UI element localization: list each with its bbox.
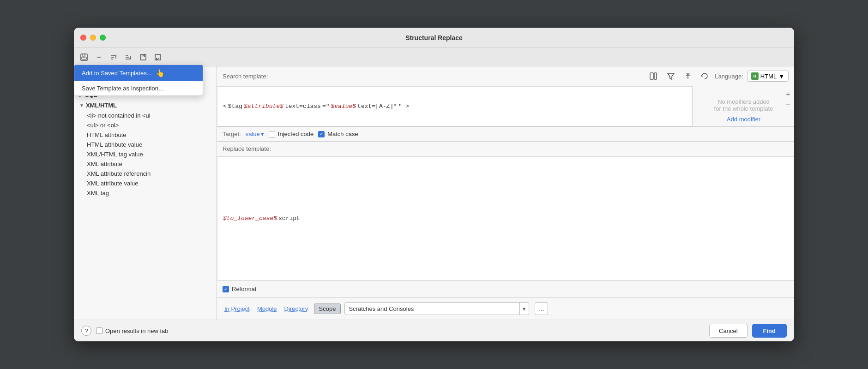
xml-attr-ref-label: XML attribute referencin: [87, 170, 151, 177]
svg-rect-2: [82, 57, 86, 60]
target-row: Target: value ▾ Injected code Match case: [217, 127, 794, 142]
sidebar-item-xml-tag[interactable]: XML tag: [74, 188, 217, 198]
toolbar: −: [74, 48, 794, 66]
close-button[interactable]: [80, 35, 86, 41]
titlebar: Structural Replace: [74, 28, 794, 48]
bottom-bar: ? Open results in new tab Cancel Find: [74, 320, 794, 341]
toolbar-dropdown: Add to Saved Templates... 👆 Save Templat…: [74, 65, 203, 96]
replace-code-var: $to_lower_case$: [223, 215, 277, 222]
html-lang-icon: H: [751, 72, 759, 80]
module-button[interactable]: Module: [255, 304, 279, 313]
sidebar-item-li-not-ul[interactable]: <li> not contained in <ul: [74, 111, 217, 120]
replace-template-code[interactable]: $to_lower_case$ script: [217, 156, 794, 280]
html-attr-label: HTML attribute: [87, 131, 127, 138]
svg-rect-12: [654, 73, 657, 79]
in-project-button[interactable]: In Project: [223, 304, 252, 313]
xml-attr-label: XML attribute: [87, 161, 122, 167]
replace-template-header: Replace template:: [217, 142, 794, 156]
code-value-var: $value$: [331, 103, 356, 110]
search-template-label: Search template:: [223, 73, 268, 80]
scope-button[interactable]: Scope: [314, 304, 341, 314]
sidebar-item-xmlhtml[interactable]: ▼ XML/HTML: [74, 100, 217, 111]
target-chevron-icon: ▾: [261, 131, 264, 137]
save-template-inspection-item[interactable]: Save Template as Inspection...: [74, 81, 203, 95]
language-value: HTML: [760, 73, 777, 80]
replace-template-label: Replace template:: [223, 145, 271, 152]
chevron-down-icon: ▼: [79, 103, 84, 108]
html-attr-value-label: HTML attribute value: [87, 141, 142, 148]
open-new-tab-checkbox[interactable]: [96, 327, 102, 334]
add-modifier-link[interactable]: Add modifier: [727, 116, 760, 123]
reformat-row: Reformat: [217, 280, 794, 297]
open-new-tab-text: Open results in new tab: [105, 327, 169, 334]
xmlhtml-tag-value-label: XML/HTML tag value: [87, 151, 143, 158]
svg-rect-11: [650, 73, 653, 79]
language-label: Language:: [715, 73, 743, 80]
import-button[interactable]: [151, 51, 164, 63]
right-panel: Search template:: [217, 66, 794, 320]
minimize-button[interactable]: [90, 35, 96, 41]
target-value-dropdown[interactable]: value ▾: [246, 131, 264, 137]
help-button[interactable]: ?: [81, 326, 91, 336]
reformat-checkbox[interactable]: [223, 286, 229, 292]
toggle-view-button[interactable]: [646, 70, 660, 82]
search-template-code-row: <$tag $attribute$ text=class ="$value$ t…: [217, 86, 794, 127]
sidebar: Saved Templates ▶ JavaScript ▶ SQL ▼ XML…: [74, 66, 217, 320]
sidebar-item-xmlhtml-tag-value[interactable]: XML/HTML tag value: [74, 149, 217, 159]
sidebar-item-xml-attr[interactable]: XML attribute: [74, 159, 217, 169]
sidebar-item-html-attr[interactable]: HTML attribute: [74, 130, 217, 140]
find-button[interactable]: Find: [752, 324, 787, 338]
sort-asc-button[interactable]: [107, 51, 120, 63]
main-content: Saved Templates ▶ JavaScript ▶ SQL ▼ XML…: [74, 66, 794, 320]
save-template-button[interactable]: [78, 51, 90, 63]
injected-code-checkbox-label[interactable]: Injected code: [269, 131, 313, 137]
sidebar-item-html-attr-value[interactable]: HTML attribute value: [74, 140, 217, 149]
injected-code-label: Injected code: [278, 131, 313, 137]
code-open-tag: <: [223, 103, 227, 110]
sidebar-item-xml-attr-value[interactable]: XML attribute value: [74, 179, 217, 188]
sidebar-item-ul-ol[interactable]: <ul> or <ol>: [74, 120, 217, 130]
no-modifiers-text: No modifiers addedfor the whole template: [714, 98, 773, 112]
scope-select[interactable]: Scratches and Consoles: [344, 302, 520, 315]
xml-attr-value-label: XML attribute value: [87, 180, 139, 187]
refresh-button[interactable]: [698, 71, 711, 82]
search-template-code[interactable]: <$tag $attribute$ text=class ="$value$ t…: [217, 86, 693, 126]
add-to-saved-templates-label: Add to Saved Templates...: [82, 70, 152, 77]
cursor-icon: 👆: [156, 69, 165, 77]
window-title: Structural Replace: [405, 34, 463, 42]
match-case-label: Match case: [327, 131, 358, 137]
directory-button[interactable]: Directory: [283, 304, 310, 313]
traffic-lights: [80, 35, 106, 41]
ul-ol-label: <ul> or <ol>: [87, 122, 119, 129]
language-area: Language: H HTML ▼: [646, 70, 789, 82]
remove-modifier-minus-button[interactable]: −: [785, 100, 790, 110]
maximize-button[interactable]: [100, 35, 106, 41]
injected-code-checkbox[interactable]: [269, 131, 275, 137]
sort-desc-button[interactable]: [122, 51, 135, 63]
sidebar-item-xml-attr-ref[interactable]: XML attribute referencin: [74, 169, 217, 179]
match-case-checkbox[interactable]: [318, 131, 325, 137]
add-to-saved-templates-item[interactable]: Add to Saved Templates... 👆: [74, 65, 203, 81]
modifiers-panel: + − No modifiers addedfor the whole temp…: [693, 86, 794, 126]
add-modifier-plus-button[interactable]: +: [785, 90, 790, 100]
xml-tag-label: XML tag: [87, 190, 109, 196]
export-button[interactable]: [137, 51, 150, 63]
scope-dropdown-arrow[interactable]: ▾: [520, 302, 529, 315]
scope-more-button[interactable]: ...: [535, 302, 548, 315]
xmlhtml-label: XML/HTML: [86, 102, 117, 109]
cancel-button[interactable]: Cancel: [709, 324, 747, 338]
pin-button[interactable]: [681, 71, 694, 82]
language-dropdown[interactable]: H HTML ▼: [747, 71, 789, 82]
remove-button[interactable]: −: [92, 51, 105, 63]
reformat-label: Reformat: [232, 286, 256, 292]
open-new-tab-label[interactable]: Open results in new tab: [96, 327, 169, 334]
reformat-checkbox-label[interactable]: Reformat: [223, 286, 256, 292]
scope-selector: Scratches and Consoles ▾: [344, 302, 529, 315]
scope-row: In Project Module Directory Scope Scratc…: [217, 297, 794, 320]
match-case-checkbox-label[interactable]: Match case: [318, 131, 358, 137]
code-attribute-var: $attribute$: [244, 103, 283, 110]
save-template-inspection-label: Save Template as Inspection...: [82, 85, 163, 92]
filter-button[interactable]: [664, 70, 678, 82]
lang-chevron-icon: ▼: [778, 73, 784, 80]
main-window: Structural Replace −: [74, 28, 794, 341]
